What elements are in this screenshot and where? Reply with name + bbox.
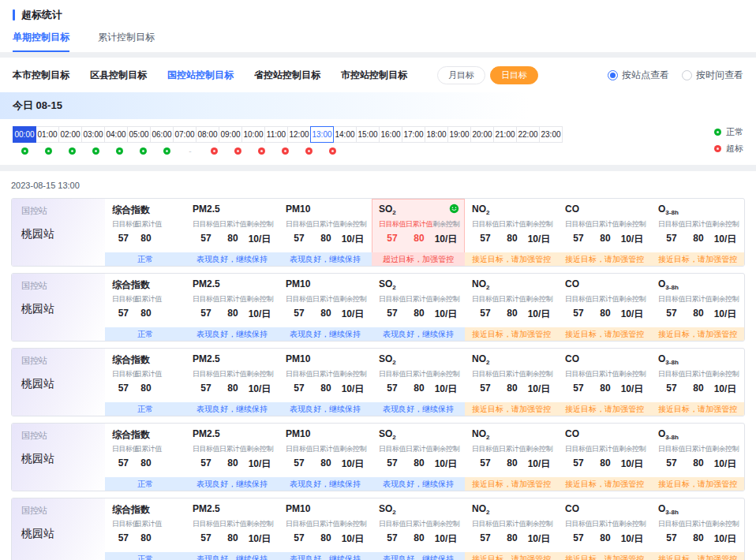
pollutant-name-text: PM10 (286, 278, 310, 289)
legend-item: 超标 (714, 143, 743, 155)
metric-value: 57 (658, 532, 685, 543)
time-slot[interactable]: 10:00 (241, 126, 265, 143)
metric-value: 10/日 (246, 308, 273, 321)
station-cell: 国控站桃园站 (12, 424, 105, 491)
radio-icon (682, 70, 692, 80)
pollutant-name-text: SO (379, 353, 392, 364)
subtab-active[interactable]: 国控站控制目标 (167, 69, 234, 82)
metric: 日目标值57 (658, 444, 685, 471)
metric: 日目标值57 (286, 369, 313, 396)
metric: 日累计值80 (219, 294, 246, 321)
metric-value: 10/日 (246, 532, 273, 546)
time-slot[interactable]: 05:00 (127, 126, 151, 143)
pollutant-column: CO日目标值57日累计值80剩余控制10/日接近目标，请加强管控 (558, 349, 651, 416)
metric: 剩余控制10/日 (432, 369, 459, 396)
metrics-row: 日目标值57日累计值80剩余控制10/日 (658, 519, 740, 546)
metrics-row: 日目标值57日累计值80剩余控制10/日 (565, 519, 647, 546)
pollutant-name-text: NO (472, 278, 486, 289)
metric-value: 57 (472, 308, 499, 319)
pollutant-name: 综合指数 (112, 278, 182, 289)
pollutant-column: PM2.5日目标值57日累计值80剩余控制10/日表现良好，继续保持 (185, 424, 279, 491)
status-bar: 表现良好，继续保持 (372, 552, 465, 560)
period-pill-active[interactable]: 日目标 (490, 66, 538, 84)
pollutant-column: O3-8h日目标值57日累计值80剩余控制10/日接近目标，请加强管控 (651, 498, 744, 560)
metric: 日累计值80 (135, 519, 158, 543)
time-slot[interactable]: 01:00 (36, 126, 59, 143)
metric: 日累计值80 (499, 369, 526, 396)
metric-value: 80 (685, 532, 712, 543)
time-slot[interactable]: 02:00 (58, 126, 82, 143)
pollutant-name: O3-8h (658, 428, 740, 439)
metric-value: 10/日 (339, 532, 366, 546)
time-slot[interactable]: 04:00 (104, 126, 128, 143)
time-slot[interactable]: 20:00 (470, 126, 494, 143)
time-slot[interactable]: 03:00 (81, 126, 105, 143)
metric-label: 日累计值 (135, 519, 158, 529)
time-slot[interactable]: 06:00 (150, 126, 174, 143)
period-pill[interactable]: 月目标 (437, 66, 485, 84)
time-slot[interactable]: 22:00 (516, 126, 540, 143)
pollutant-column: SO2日目标值57日累计值80剩余控制10/日表现良好，继续保持 (372, 498, 465, 560)
metric-value: 80 (592, 233, 619, 244)
time-slot[interactable]: 19:00 (447, 126, 471, 143)
subtab[interactable]: 区县控制目标 (90, 69, 147, 82)
metrics-row: 日目标值57日累计值80剩余控制10/日 (379, 444, 461, 471)
view-radio[interactable]: 按站点查看 (608, 69, 669, 82)
metric-value: 10/日 (526, 233, 552, 246)
pollutant-subscript: 3-8h (665, 284, 678, 291)
time-slot[interactable]: 17:00 (402, 126, 425, 143)
metric-label: 剩余控制 (432, 519, 459, 529)
time-slot[interactable]: 23:00 (539, 126, 563, 143)
time-slot[interactable]: 12:00 (287, 126, 311, 143)
time-slot[interactable]: 14:00 (333, 126, 357, 143)
pollutant-columns: 综合指数日目标值57日累计值80正常PM2.5日目标值57日累计值80剩余控制1… (105, 424, 744, 491)
metric: 剩余控制10/日 (432, 444, 459, 471)
timeline-status-cell (226, 147, 249, 155)
normal-dot-icon (92, 147, 99, 155)
metric-label: 日累计值 (406, 519, 432, 529)
main-tab-active[interactable]: 单期控制目标 (13, 31, 69, 52)
metric: 日目标值57 (112, 519, 135, 543)
main-tab-inactive[interactable]: 累计控制目标 (98, 31, 155, 52)
metric-value: 10/日 (246, 233, 273, 246)
metric: 日累计值80 (313, 369, 339, 396)
metric-label: 日目标值 (379, 519, 406, 529)
time-slot[interactable]: 18:00 (425, 126, 448, 143)
subtab[interactable]: 本市控制目标 (13, 69, 69, 82)
metric: 日目标值57 (565, 444, 592, 471)
pollutant-name-text: PM10 (286, 353, 310, 364)
metric-value: 57 (472, 233, 499, 244)
period-toggle: 月目标日目标 (437, 66, 538, 84)
pollutant-name-text: SO (379, 503, 392, 514)
metrics-row: 日目标值57日累计值80剩余控制10/日 (193, 519, 275, 546)
time-slot[interactable]: 09:00 (219, 126, 242, 143)
metric-empty (157, 219, 180, 244)
metrics-row: 日目标值57日累计值80剩余控制10/日 (565, 294, 647, 321)
timeline-status-cell (439, 147, 462, 155)
view-radio[interactable]: 按时间查看 (682, 69, 743, 82)
metric-label: 日累计值 (135, 219, 158, 230)
time-slot[interactable]: 11:00 (264, 126, 288, 143)
metrics-row: 日目标值57日累计值80剩余控制10/日 (472, 369, 554, 396)
time-slot[interactable]: 15:00 (356, 126, 380, 143)
time-slot[interactable]: 08:00 (196, 126, 219, 143)
pollutant-column: PM10日目标值57日累计值80剩余控制10/日表现良好，继续保持 (279, 199, 372, 266)
subtab[interactable]: 省控站控制目标 (254, 69, 320, 82)
time-slot[interactable]: 16:00 (379, 126, 402, 143)
pollutant-column: CO日目标值57日累计值80剩余控制10/日接近目标，请加强管控 (558, 199, 651, 266)
metric-value: 57 (658, 233, 685, 244)
time-slot[interactable]: 21:00 (493, 126, 517, 143)
metric-value: 57 (472, 532, 499, 543)
metric-value: 10/日 (712, 383, 739, 396)
green-dot-icon (714, 129, 721, 136)
status-bar: 接近目标，请加强管控 (651, 477, 744, 491)
metric-value: 80 (406, 457, 432, 469)
timeline-status-cell (273, 147, 297, 155)
time-slot[interactable]: 00:00 (13, 126, 36, 143)
time-slot[interactable]: 07:00 (173, 126, 196, 143)
time-slot[interactable]: 13:00 (310, 126, 334, 143)
pollutant-name-text: 综合指数 (112, 204, 150, 215)
pollutant-name-text: NO (472, 353, 486, 364)
status-bar: 接近目标，请加强管控 (465, 327, 558, 341)
subtab[interactable]: 市控站控制目标 (341, 69, 407, 82)
